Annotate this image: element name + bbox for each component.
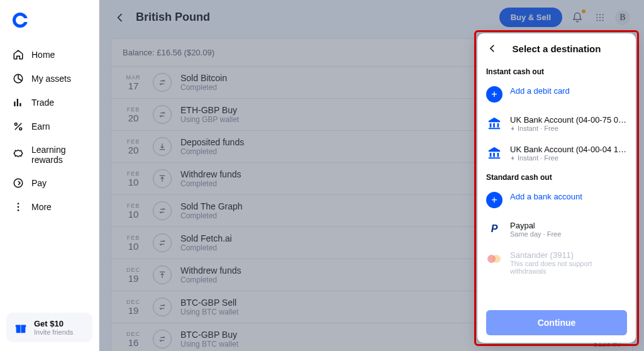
main-area: British Pound Buy & Sell B Balance: £16.… [99,0,644,351]
badge-icon [13,149,24,160]
paypal-option[interactable]: P Paypal Same day · Free [486,216,627,245]
account-coin-icon[interactable]: B [615,10,630,25]
dest-label: Paypal [510,221,627,230]
plus-icon: + [486,86,502,103]
dest-label: UK Bank Account (04-00-04 134737… [510,145,627,154]
sidebar-item-assets[interactable]: My assets [8,67,91,91]
bars-icon [13,97,24,108]
dest-sub: Instant · Free [510,125,627,132]
add-debit-card[interactable]: + Add a debit card [486,81,627,110]
svg-rect-1 [14,102,15,107]
dest-sub: This card does not support withdrawals [510,260,627,275]
gift-icon [14,321,28,335]
panel-back-button[interactable] [486,42,499,55]
section-instant: Instant cash out [486,67,627,76]
sidebar-item-pay[interactable]: Pay [8,171,91,195]
dest-label: Add a bank account [510,192,627,201]
plus-icon: + [486,192,502,208]
svg-point-16 [602,14,604,15]
percent-icon [13,121,24,132]
circle-arrow-icon [13,177,24,189]
sidebar: Home My assets Trade Earn Learning rewar… [0,0,99,351]
section-standard: Standard cash out [486,173,627,182]
svg-point-9 [18,206,19,208]
back-button[interactable] [113,11,127,25]
destination-panel: Select a destination Instant cash out + … [477,33,636,343]
page-title: British Pound [136,11,210,24]
sidebar-item-label: Learning rewards [31,145,86,165]
svg-point-6 [19,128,22,130]
paypal-icon: P [486,221,502,237]
svg-point-10 [18,209,19,211]
bank-icon [486,115,502,131]
tx-type-icon [153,233,172,252]
sidebar-item-label: My assets [31,74,71,84]
pie-icon [13,73,24,84]
tx-date: FEB10 [123,235,144,252]
dest-sub: Same day · Free [510,230,627,238]
svg-line-4 [15,123,22,130]
promo-sub: Invite friends [34,328,73,336]
tx-date: DEC19 [123,267,144,284]
panel-title: Select a destination [499,43,614,54]
mastercard-icon [486,250,502,267]
svg-point-14 [596,14,597,15]
sidebar-item-label: More [31,202,52,212]
topbar: British Pound Buy & Sell B [99,0,644,33]
tx-type-icon [153,137,172,156]
sidebar-item-label: Home [31,50,55,60]
uk-bank-2[interactable]: UK Bank Account (04-00-04 134737… Instan… [486,140,627,169]
promo-title: Get $10 [34,319,73,328]
tx-date: DEC19 [123,299,144,316]
svg-point-5 [14,123,17,125]
dest-label: Add a debit card [510,86,627,96]
svg-point-7 [14,179,23,187]
invite-promo[interactable]: Get $10 Invite friends [6,313,92,342]
sidebar-item-label: Trade [31,98,54,108]
svg-rect-3 [19,103,21,106]
svg-point-18 [599,16,601,18]
sidebar-item-learning[interactable]: Learning rewards [8,138,91,171]
coinbase-logo[interactable] [13,13,28,28]
tx-type-icon [153,298,172,316]
svg-rect-2 [17,99,18,106]
svg-point-19 [602,16,604,18]
buy-sell-button[interactable]: Buy & Sell [499,8,562,27]
dest-label: UK Bank Account (04-00-75 017545… [510,115,627,125]
sidebar-item-home[interactable]: Home [8,43,91,67]
svg-rect-13 [20,325,21,333]
tx-date: FEB10 [123,203,144,220]
tx-date: MAR17 [123,74,144,91]
tx-date: FEB20 [123,106,144,123]
sidebar-item-earn[interactable]: Earn [8,114,91,138]
tx-type-icon [153,201,172,220]
svg-point-8 [18,203,19,204]
tx-type-icon [153,169,172,188]
tx-type-icon [153,265,172,284]
uk-bank-1[interactable]: UK Bank Account (04-00-75 017545… Instan… [486,110,627,140]
sidebar-item-label: Pay [31,178,47,188]
continue-button[interactable]: Continue [486,310,627,335]
svg-point-20 [596,20,597,21]
tx-type-icon [153,330,172,348]
svg-point-15 [599,14,601,15]
add-bank-account[interactable]: + Add a bank account [486,187,627,216]
bank-icon [486,145,502,161]
sidebar-item-trade[interactable]: Trade [8,91,91,114]
home-icon [13,49,24,60]
svg-point-22 [602,20,604,21]
svg-point-21 [599,20,601,21]
bell-icon[interactable] [570,10,585,25]
sidebar-item-label: Earn [31,121,50,131]
svg-point-17 [596,16,597,18]
tx-date: FEB10 [123,170,144,187]
apps-icon[interactable] [592,10,608,25]
tx-date: FEB20 [123,138,144,155]
tx-type-icon [153,105,172,124]
destination-panel-highlight: Select a destination Instant cash out + … [474,30,639,346]
santander-option: Santander (3911) This card does not supp… [486,245,627,282]
tx-type-icon [153,73,172,92]
more-icon [13,201,24,213]
dest-sub: Instant · Free [510,154,627,162]
sidebar-item-more[interactable]: More [8,195,91,219]
